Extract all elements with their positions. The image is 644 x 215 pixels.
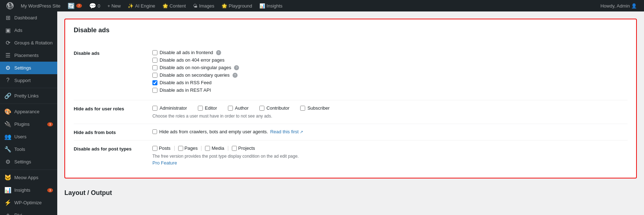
sidebar-item-ads[interactable]: ▣ Ads <box>0 24 57 37</box>
updates[interactable]: 🔄 7 <box>65 0 85 11</box>
disable-ads-controls: Disable all ads in frontend ? Disable ad… <box>152 50 628 95</box>
wp-logo[interactable] <box>4 2 16 9</box>
groups-icon: ⟳ <box>4 39 11 46</box>
post-type-pages: Pages <box>178 145 198 151</box>
ai-engine[interactable]: ✨ AI Engine <box>125 0 158 11</box>
playground-menu[interactable]: 🌟 Playground <box>219 0 255 11</box>
disable-non-singular-label[interactable]: Disable ads on non-singular pages <box>160 65 231 70</box>
disable-404-label[interactable]: Disable ads on 404 error pages <box>160 57 224 63</box>
section-title: Disable ads <box>74 27 628 38</box>
post-type-posts: Posts <box>152 145 171 151</box>
editor-checkbox[interactable] <box>198 106 203 111</box>
checkbox-disable-404: Disable ads on 404 error pages <box>152 57 628 63</box>
sidebar-item-wp-optimize[interactable]: ⚡ WP-Optimize <box>0 196 57 209</box>
author-label[interactable]: Author <box>235 105 249 111</box>
content-menu[interactable]: 🌟 Content <box>160 0 189 11</box>
wp-optimize-icon: ⚡ <box>4 199 11 206</box>
sidebar-item-tools[interactable]: 🔧 Tools <box>0 143 57 156</box>
disable-frontend-checkbox[interactable] <box>152 50 157 55</box>
plugins-icon: 🔌 <box>4 121 11 128</box>
disable-ads-row: Disable ads Disable all ads in frontend … <box>74 45 628 100</box>
site-name[interactable]: My WordPress Site <box>18 0 63 11</box>
pro-feature-link[interactable]: Pro Feature <box>152 160 177 166</box>
disable-rss-checkbox[interactable] <box>152 80 157 85</box>
author-checkbox[interactable] <box>228 106 233 111</box>
roles-description: Choose the roles a user must have in ord… <box>152 114 628 119</box>
administrator-checkbox[interactable] <box>152 106 157 111</box>
bots-checkbox[interactable] <box>152 129 157 134</box>
sidebar-item-appearance[interactable]: 🎨 Appearance <box>0 105 57 118</box>
settings2-icon: ⚙ <box>4 158 11 165</box>
checkbox-disable-rest: Disable ads in REST API <box>152 87 628 93</box>
sidebar-item-meow-apps[interactable]: 🐱 Meow Apps <box>0 171 57 184</box>
pretty-links-icon: 🔗 <box>4 92 11 99</box>
external-link-icon: ↗ <box>300 130 303 134</box>
user-roles-row: Hide ads for user roles Administrator Ed… <box>74 100 628 124</box>
sidebar-item-support[interactable]: ? Support <box>0 74 57 86</box>
projects-checkbox[interactable] <box>232 146 237 151</box>
sidebar-item-users[interactable]: 👥 Users <box>0 130 57 143</box>
media-checkbox[interactable] <box>205 146 210 151</box>
disable-404-checkbox[interactable] <box>152 58 157 63</box>
new-content[interactable]: + New <box>104 0 123 11</box>
sidebar-item-settings[interactable]: ⚙ Settings <box>0 62 57 74</box>
read-first-link[interactable]: Read this first ↗ <box>270 129 303 134</box>
sidebar-item-groups-rotation[interactable]: ⟳ Groups & Rotation <box>0 37 57 49</box>
subscriber-label[interactable]: Subscriber <box>307 105 330 111</box>
sidebar-item-dashboard[interactable]: ⊞ Dashboard <box>0 11 57 24</box>
divi-icon: ◈ <box>4 212 11 215</box>
disable-rest-checkbox[interactable] <box>152 88 157 93</box>
free-version-note: The free version provides the post type … <box>152 154 628 159</box>
admin-bar: My WordPress Site 🔄 7 💬 0 + New ✨ AI Eng… <box>0 0 644 11</box>
post-types-row: Disable ads for post types Posts Pages <box>74 140 628 171</box>
pages-label[interactable]: Pages <box>185 145 198 151</box>
checkbox-disable-non-singular: Disable ads on non-singular pages ? <box>152 65 628 70</box>
administrator-label[interactable]: Administrator <box>160 105 187 111</box>
post-types-label: Disable ads for post types <box>74 145 152 152</box>
user-roles-controls: Administrator Editor Author Contrib <box>152 105 628 119</box>
editor-label[interactable]: Editor <box>205 105 217 111</box>
comments[interactable]: 💬 0 <box>86 0 103 11</box>
user-roles-grid: Administrator Editor Author Contrib <box>152 105 628 111</box>
post-type-sep2 <box>201 146 201 151</box>
sidebar-item-plugins[interactable]: 🔌 Plugins 3 <box>0 118 57 130</box>
users-icon: 👥 <box>4 133 11 140</box>
sidebar-item-insights[interactable]: 📊 Insights 3 <box>0 184 57 196</box>
bots-label: Hide ads from bots <box>74 129 152 135</box>
posts-label[interactable]: Posts <box>159 145 171 151</box>
disable-frontend-label[interactable]: Disable all ads in frontend <box>160 50 213 55</box>
support-icon: ? <box>4 77 11 83</box>
sidebar-item-pretty-links[interactable]: 🔗 Pretty Links <box>0 90 57 102</box>
howdy-text[interactable]: Howdy, Admin 👤 <box>597 3 640 9</box>
disable-ads-label: Disable ads <box>74 50 152 56</box>
pages-checkbox[interactable] <box>178 146 183 151</box>
tools-icon: 🔧 <box>4 146 11 153</box>
disable-non-singular-checkbox[interactable] <box>152 65 157 70</box>
sidebar-item-divi[interactable]: ◈ Divi <box>0 209 57 215</box>
subscriber-checkbox[interactable] <box>300 106 305 111</box>
help-icon-non-singular[interactable]: ? <box>234 65 239 70</box>
appearance-icon: 🎨 <box>4 108 11 115</box>
bots-checkbox-label[interactable]: Hide ads from crawlers, bots and empty u… <box>159 129 268 134</box>
role-editor: Editor <box>198 105 217 111</box>
contributor-label[interactable]: Contributor <box>267 105 289 111</box>
help-icon-frontend[interactable]: ? <box>216 50 221 55</box>
posts-checkbox[interactable] <box>152 146 157 151</box>
disable-secondary-checkbox[interactable] <box>152 73 157 78</box>
images-menu[interactable]: 🌤 Images <box>190 0 217 11</box>
disable-rss-label[interactable]: Disable ads in RSS Feed <box>160 80 211 85</box>
sidebar-item-settings2[interactable]: ⚙ Settings <box>0 156 57 168</box>
post-type-projects: Projects <box>232 145 255 151</box>
post-type-media: Media <box>205 145 224 151</box>
projects-label[interactable]: Projects <box>238 145 255 151</box>
disable-rest-label[interactable]: Disable ads in REST API <box>160 87 211 93</box>
contributor-checkbox[interactable] <box>259 106 264 111</box>
sidebar-item-placements[interactable]: ☰ Placements <box>0 49 57 62</box>
media-label[interactable]: Media <box>211 145 224 151</box>
insights-menu[interactable]: 📊 Insights <box>257 0 286 11</box>
disable-secondary-label[interactable]: Disable ads on secondary queries <box>160 72 230 78</box>
ads-icon: ▣ <box>4 27 11 34</box>
help-icon-secondary[interactable]: ? <box>233 73 238 78</box>
settings-icon: ⚙ <box>4 64 11 71</box>
bots-checkbox-row: Hide ads from crawlers, bots and empty u… <box>152 129 628 134</box>
